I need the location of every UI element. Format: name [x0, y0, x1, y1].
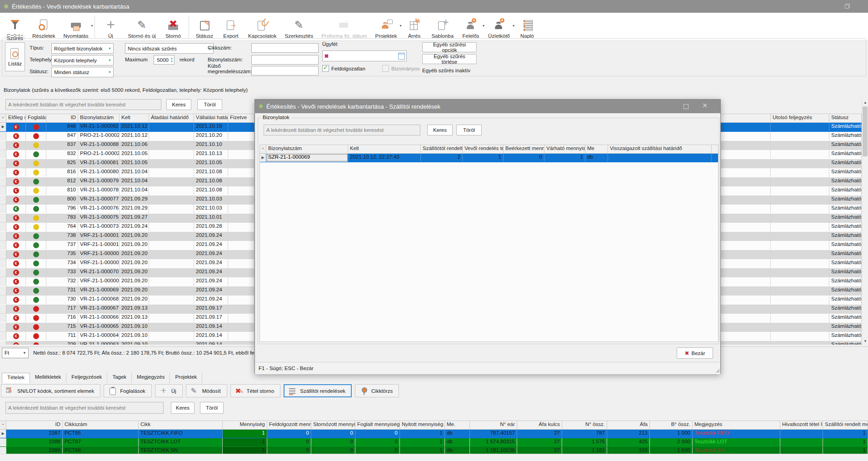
- spin-down-icon[interactable]: ▼: [170, 60, 173, 63]
- tab-mellekletek[interactable]: Mellékletek: [30, 373, 67, 383]
- column-header-vevoi[interactable]: Vevői rendelés té: [463, 145, 504, 153]
- column-header-kelt[interactable]: Kelt: [120, 114, 149, 122]
- toolbar-button-naplo[interactable]: Napló: [514, 14, 540, 40]
- toolbar-button-sablonba[interactable]: Sablonba: [427, 14, 458, 40]
- currency-select[interactable]: Ft ▼: [2, 348, 29, 358]
- column-header-afakulcs[interactable]: Áfa kulcs: [517, 421, 562, 429]
- horizontal-scrollbar[interactable]: [0, 454, 868, 461]
- resize-grip-icon[interactable]: ◢: [716, 367, 719, 373]
- toolbar-button-projektek[interactable]: ▾Projektek: [371, 14, 401, 40]
- bottom-keres-button[interactable]: Keres: [171, 402, 195, 414]
- listaz-button[interactable]: Listáz: [5, 42, 25, 71]
- main-search-input[interactable]: [5, 99, 161, 110]
- telephely-select[interactable]: Központi telephely ▼: [51, 55, 114, 65]
- szallitoi-rendelesek-button[interactable]: Szállítói rendelések: [284, 384, 352, 397]
- toolbar-button-storno-es-uj[interactable]: Stornó és új: [124, 14, 160, 40]
- toolbar-button-statusz[interactable]: Státusz: [191, 14, 218, 40]
- table-row[interactable]: ▶2387PCT85TESZTCIKK FIFO10001db787,40157…: [0, 430, 868, 438]
- scrollbar-thumb[interactable]: [863, 106, 868, 156]
- statusz-select[interactable]: Minden státusz ▼: [51, 67, 114, 77]
- table-row[interactable]: 2388PCT87TESZTCIKK LOT10001db1 574,80315…: [0, 438, 868, 447]
- tetel-storno-button[interactable]: Tétel storno: [230, 384, 281, 397]
- toolbar-button-felelos[interactable]: ▾Felelős: [458, 14, 484, 40]
- toolbar-button-uj[interactable]: Új: [97, 14, 124, 40]
- tab-projektek[interactable]: Projektek: [170, 373, 202, 383]
- cikktorzs-button[interactable]: Cikktörzs: [355, 384, 399, 397]
- dialog-titlebar[interactable]: ✽ Értékesítés - Vevői rendelések karbant…: [255, 100, 720, 113]
- column-header-eloleg[interactable]: Előleg s: [6, 114, 26, 122]
- column-header-statusz[interactable]: Státusz: [829, 114, 862, 122]
- table-row[interactable]: ▶SZR-21-1-0000692021.10.12. 22:27:432101…: [260, 154, 718, 162]
- maximize-icon[interactable]: [683, 104, 688, 109]
- toolbar-button-uzletkoto[interactable]: ▾Üzletkötő: [484, 14, 514, 40]
- column-header-nyitott[interactable]: Nyitott mennyiség: [400, 421, 445, 429]
- column-header-cikkszam[interactable]: Cikkszám: [63, 421, 139, 429]
- toolbar-button-kapcsolatok[interactable]: Kapcsolatok: [244, 14, 281, 40]
- column-header-beerkezett[interactable]: Beérkezett menny: [504, 145, 544, 153]
- column-header-varhato[interactable]: Várható mennyisé: [544, 145, 585, 153]
- restore-window-icon[interactable]: [845, 4, 850, 9]
- egyeb-szures-torlese-button[interactable]: Egyéb szűrés törlése: [422, 54, 477, 64]
- clear-x-icon[interactable]: ✖: [324, 53, 329, 60]
- column-header-foglalt[interactable]: Foglalt mennyiség: [355, 421, 400, 429]
- column-header-storno[interactable]: Stornózott mennyi: [311, 421, 355, 429]
- snlot-kodok-button[interactable]: SN/LOT kódok, sortiment elemek: [1, 384, 100, 397]
- toolbar-button-szerkesztes[interactable]: Szerkesztés: [281, 14, 318, 40]
- column-header-fizetve[interactable]: Fizetve: [228, 114, 254, 122]
- modosit-button[interactable]: Módosít: [186, 384, 227, 397]
- bottom-search-input[interactable]: [5, 402, 164, 414]
- column-header-megj[interactable]: Megjegyzés: [693, 421, 780, 429]
- column-header-afa[interactable]: Áfa: [607, 421, 650, 429]
- vertical-scrollbar[interactable]: ▲ ▼: [862, 99, 868, 345]
- column-header-cikk[interactable]: Cikk: [139, 421, 223, 429]
- column-header-vallalasi[interactable]: Vállalási határ: [194, 114, 228, 122]
- scroll-down-icon[interactable]: ▼: [862, 338, 868, 345]
- column-header-id[interactable]: ID: [6, 421, 63, 429]
- maximum-rekord-stepper[interactable]: 5000 ▲ ▼: [154, 55, 175, 65]
- column-header-bossz[interactable]: B° össz.: [650, 421, 693, 429]
- column-header-hivatkozott[interactable]: Hivatkozott tétel II: [780, 421, 823, 429]
- bizonylatszam-field[interactable]: [251, 55, 319, 65]
- column-header-me[interactable]: Me.: [445, 421, 470, 429]
- column-header-vissza[interactable]: Visszaigazolt szállítási határidő: [608, 145, 712, 153]
- column-header-bizonylatszam[interactable]: Bizonylatszám: [78, 114, 120, 122]
- column-header-me[interactable]: Me: [585, 145, 608, 153]
- bottom-torol-button[interactable]: Töröl: [200, 402, 224, 414]
- column-header-id[interactable]: ID: [46, 114, 78, 122]
- lookup-icon[interactable]: [398, 53, 405, 60]
- column-header-menny[interactable]: Mennyiség: [223, 421, 267, 429]
- tab-feljegyzesek[interactable]: Feljegyzések: [66, 373, 107, 383]
- dropdown-caret-icon[interactable]: ▾: [91, 24, 93, 28]
- column-header-atadasi[interactable]: Átadási határidő: [149, 114, 194, 122]
- tipus-select[interactable]: Rögzített bizonylatok ▼: [51, 43, 114, 54]
- close-icon[interactable]: ✕: [702, 102, 708, 109]
- column-header-utolso[interactable]: Utolsó feljegyzés: [771, 114, 829, 122]
- dialog-keres-button[interactable]: Keres: [427, 125, 453, 135]
- dialog-search-input[interactable]: [264, 125, 420, 135]
- feldolgozatlan-checkbox[interactable]: Feldolgozatlan: [322, 65, 365, 72]
- column-header-feld[interactable]: Feldolgozott menn: [267, 421, 311, 429]
- scroll-up-icon[interactable]: ▲: [862, 99, 868, 106]
- toolbar-button-reszletek[interactable]: Részletek: [28, 14, 60, 40]
- column-header-szallitotol[interactable]: Szállítótól rendelt: [421, 145, 463, 153]
- toolbar-button-arres[interactable]: Árrés: [401, 14, 427, 40]
- column-header-foglalas[interactable]: Foglalás: [26, 114, 46, 122]
- toolbar-button-nyomtatas[interactable]: ▾Nyomtatás: [60, 14, 93, 40]
- main-keres-button[interactable]: Keres: [166, 99, 191, 110]
- column-header-near[interactable]: N° eár: [470, 421, 517, 429]
- kulso-megrendelesszam-field[interactable]: [251, 66, 319, 75]
- egyeb-szuresi-opciok-button[interactable]: Egyéb szűrési opciók: [422, 42, 477, 52]
- toolbar-button-storno[interactable]: Stornó: [160, 14, 186, 40]
- dialog-torol-button[interactable]: Töröl: [456, 125, 482, 135]
- cikkszam-field[interactable]: [251, 43, 319, 53]
- spin-up-icon[interactable]: ▲: [170, 57, 173, 60]
- column-header-bizonylatszam[interactable]: Bizonylatszám: [266, 145, 348, 153]
- tab-megjegyzes[interactable]: Megjegyzés: [132, 373, 170, 383]
- column-header-nossz[interactable]: N° össz.: [562, 421, 607, 429]
- toolbar-button-export[interactable]: Export: [218, 14, 244, 40]
- tab-tetelek[interactable]: Tételek: [2, 373, 30, 383]
- ugyfel-field[interactable]: ✖: [322, 50, 407, 61]
- bezar-button[interactable]: ✖ Bezár: [677, 347, 713, 359]
- column-header-kelt[interactable]: Kelt: [348, 145, 421, 153]
- tab-tagek[interactable]: Tagek: [107, 373, 132, 383]
